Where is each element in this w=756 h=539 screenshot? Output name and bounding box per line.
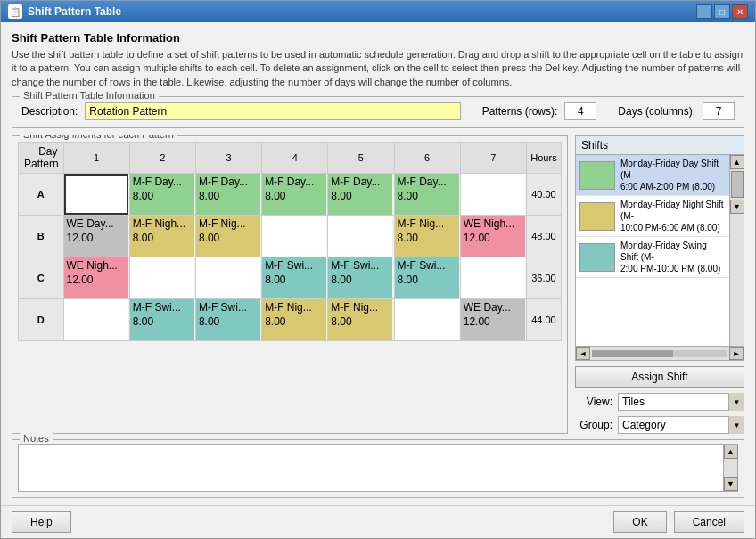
cell-b2[interactable]: M-F Nigh...8.00 — [129, 216, 195, 257]
pattern-a: A — [19, 174, 64, 216]
cell-content-b6[interactable]: M-F Nig...8.00 — [395, 216, 459, 257]
help-button[interactable]: Help — [12, 511, 71, 533]
cell-content-a3[interactable]: M-F Day...8.00 — [196, 174, 260, 215]
col-header-6: 6 — [394, 143, 460, 174]
cell-content-d7[interactable]: WE Day...12.00 — [461, 299, 525, 340]
notes-label: Notes — [20, 433, 53, 444]
cell-d7[interactable]: WE Day...12.00 — [460, 299, 526, 341]
info-fieldset-label: Shift Pattern Table Information — [20, 90, 159, 101]
cell-c4[interactable]: M-F Swi...8.00 — [262, 257, 328, 299]
pattern-d: D — [19, 299, 64, 341]
cell-a6[interactable]: M-F Day...8.00 — [394, 174, 460, 216]
cell-content-c7[interactable] — [461, 257, 525, 298]
h-scroll-left[interactable]: ◄ — [576, 347, 590, 360]
group-select-wrapper: Category None ▼ — [618, 416, 744, 434]
patterns-label: Patterns (rows): — [482, 105, 558, 118]
cell-a2[interactable]: M-F Day...8.00 — [129, 174, 195, 216]
cell-b6[interactable]: M-F Nig...8.00 — [394, 216, 460, 257]
cell-content-b4[interactable] — [262, 216, 326, 257]
cell-content-b2[interactable]: M-F Nigh...8.00 — [130, 216, 194, 257]
cell-c2[interactable] — [129, 257, 195, 299]
h-scroll-right[interactable]: ► — [729, 347, 744, 360]
shift-color-teal — [579, 243, 615, 272]
cell-content-d6[interactable] — [395, 299, 459, 340]
h-scroll-thumb[interactable] — [592, 350, 673, 357]
cell-c3[interactable] — [195, 257, 261, 299]
window-icon: 📋 — [8, 4, 22, 19]
cell-c1[interactable]: WE Nigh...12.00 — [63, 257, 129, 299]
col-header-3: 3 — [195, 143, 261, 174]
cell-content-d1[interactable] — [64, 299, 128, 340]
description-input[interactable] — [85, 102, 460, 120]
cancel-button[interactable]: Cancel — [674, 511, 744, 533]
shift-item-2[interactable]: Monday-Friday Night Shift (M-10:00 PM-6:… — [576, 196, 729, 237]
group-select[interactable]: Category None — [618, 416, 744, 434]
cell-content-c5[interactable]: M-F Swi...8.00 — [328, 257, 392, 298]
shift-item-3[interactable]: Monday-Friday Swing Shift (M-2:00 PM-10:… — [576, 237, 729, 278]
cell-content-b7[interactable]: WE Nigh...12.00 — [461, 216, 525, 257]
cell-content-d5[interactable]: M-F Nig...8.00 — [328, 299, 392, 340]
cell-content-c2[interactable] — [130, 257, 194, 298]
cell-content-c1[interactable]: WE Nigh...12.00 — [64, 257, 128, 298]
cell-d1[interactable] — [63, 299, 129, 341]
description-row: Description: Patterns (rows): Days (colu… — [21, 102, 735, 120]
header-section: Shift Pattern Table Information Use the … — [12, 31, 744, 96]
maximize-button[interactable]: □ — [714, 4, 730, 19]
days-label: Days (columns): — [618, 105, 695, 118]
assign-shift-button[interactable]: Assign Shift — [575, 366, 744, 388]
scroll-up-arrow[interactable]: ▲ — [730, 155, 744, 169]
cell-content-b1[interactable]: WE Day...12.00 — [64, 216, 128, 257]
cell-content-b5[interactable] — [328, 216, 392, 257]
cell-c6[interactable]: M-F Swi...8.00 — [394, 257, 460, 299]
cell-c7[interactable] — [460, 257, 526, 299]
cell-d3[interactable]: M-F Swi...8.00 — [195, 299, 261, 341]
cell-d2[interactable]: M-F Swi...8.00 — [129, 299, 195, 341]
cell-a7[interactable] — [460, 174, 526, 216]
scroll-down-arrow[interactable]: ▼ — [730, 200, 744, 214]
cell-content-d4[interactable]: M-F Nig...8.00 — [262, 299, 326, 340]
cell-content-a6[interactable]: M-F Day...8.00 — [395, 174, 459, 215]
shift-3-text: Monday-Friday Swing Shift (M-2:00 PM-10:… — [620, 240, 726, 274]
cell-content-b3[interactable]: M-F Nig...8.00 — [196, 216, 260, 257]
notes-scroll-down[interactable]: ▼ — [724, 477, 738, 491]
cell-a3[interactable]: M-F Day...8.00 — [195, 174, 261, 216]
cell-content-a1[interactable] — [64, 174, 128, 215]
view-select[interactable]: Tiles List — [618, 393, 744, 411]
ok-button[interactable]: OK — [613, 511, 666, 533]
close-button[interactable]: ✕ — [732, 4, 748, 19]
cell-d4[interactable]: M-F Nig...8.00 — [262, 299, 328, 341]
cell-b5[interactable] — [328, 216, 394, 257]
cell-b1[interactable]: WE Day...12.00 — [63, 216, 129, 257]
cell-a1[interactable] — [63, 174, 129, 216]
cell-a4[interactable]: M-F Day...8.00 — [262, 174, 328, 216]
cell-content-a4[interactable]: M-F Day...8.00 — [262, 174, 326, 215]
cell-content-a7[interactable] — [461, 174, 525, 215]
cell-b4[interactable] — [262, 216, 328, 257]
cell-content-a5[interactable]: M-F Day...8.00 — [328, 174, 392, 215]
cell-content-c4[interactable]: M-F Swi...8.00 — [262, 257, 326, 298]
cell-d5[interactable]: M-F Nig...8.00 — [328, 299, 394, 341]
cell-content-c3[interactable] — [196, 257, 260, 298]
cell-b3[interactable]: M-F Nig...8.00 — [195, 216, 261, 257]
cell-d6[interactable] — [394, 299, 460, 341]
notes-textarea[interactable] — [18, 444, 724, 492]
cell-content-d3[interactable]: M-F Swi...8.00 — [196, 299, 260, 340]
minimize-button[interactable]: ─ — [696, 4, 712, 19]
cell-content-c6[interactable]: M-F Swi...8.00 — [395, 257, 459, 298]
days-input[interactable] — [703, 102, 735, 120]
cell-b7[interactable]: WE Nigh...12.00 — [460, 216, 526, 257]
patterns-group: Patterns (rows): — [482, 102, 597, 120]
footer-right: OK Cancel — [613, 511, 744, 533]
cell-content-a2[interactable]: M-F Day...8.00 — [130, 174, 194, 215]
patterns-input[interactable] — [564, 102, 596, 120]
scroll-thumb[interactable] — [731, 171, 744, 198]
col-header-2: 2 — [129, 143, 195, 174]
cell-c5[interactable]: M-F Swi...8.00 — [328, 257, 394, 299]
cell-content-d2[interactable]: M-F Swi...8.00 — [130, 299, 194, 340]
h-scroll-track — [592, 350, 727, 357]
notes-scroll-up[interactable]: ▲ — [724, 445, 738, 459]
shift-2-text: Monday-Friday Night Shift (M-10:00 PM-6:… — [620, 199, 726, 233]
col-header-1: 1 — [63, 143, 129, 174]
cell-a5[interactable]: M-F Day...8.00 — [328, 174, 394, 216]
shift-item-1[interactable]: Monday-Friday Day Shift (M-6:00 AM-2:00 … — [576, 155, 729, 196]
